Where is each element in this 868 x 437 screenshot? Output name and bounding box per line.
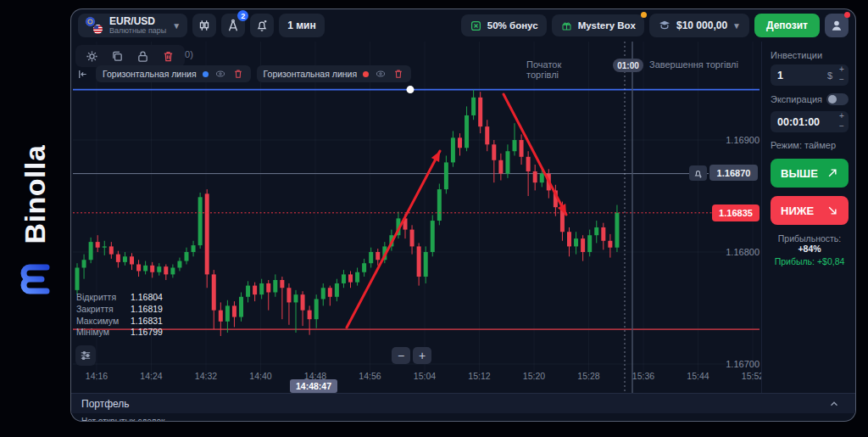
trash-icon[interactable] bbox=[392, 68, 404, 80]
time-axis: 14:1614:2414:3214:4014:4814:5615:0415:12… bbox=[71, 371, 761, 383]
time-tick: 15:04 bbox=[406, 371, 443, 381]
investment-decrease-button[interactable]: − bbox=[835, 76, 849, 86]
asset-name: EUR/USD bbox=[109, 16, 166, 27]
portfolio-title: Портфель bbox=[81, 398, 130, 410]
higher-button[interactable]: ВЫШЕ bbox=[771, 159, 849, 188]
profitability-value: +84% bbox=[798, 244, 821, 254]
investment-input[interactable]: 1 $ + − bbox=[771, 64, 849, 86]
drawing-tools-button[interactable]: 2 bbox=[221, 14, 245, 37]
time-tick: 15:12 bbox=[461, 371, 498, 381]
drawing-item-horizontal-line-red[interactable]: Горизонтальная линия bbox=[257, 65, 412, 82]
cursor-time-badge: 14:48:47 bbox=[290, 379, 337, 393]
trash-icon[interactable] bbox=[161, 49, 175, 64]
chart-display-settings-button[interactable] bbox=[75, 345, 96, 366]
alerts-button[interactable] bbox=[250, 14, 274, 37]
price-tick: 1.16900 bbox=[700, 135, 760, 145]
time-tick: 14:16 bbox=[78, 371, 115, 381]
time-tick: 14:56 bbox=[352, 371, 389, 381]
bonus-button[interactable]: 50% бонус bbox=[461, 14, 547, 36]
screen: Binolla EUR/USD Валютные пары ▼ bbox=[0, 0, 868, 437]
notification-dot bbox=[641, 12, 647, 18]
ohlc-open-row: Відкриття 1.16804 bbox=[76, 292, 163, 304]
higher-label: ВЫШЕ bbox=[781, 167, 818, 180]
account-balance-selector[interactable]: $10 000,00 ▼ bbox=[649, 14, 749, 37]
trash-icon[interactable] bbox=[232, 68, 244, 80]
sliders-icon bbox=[79, 349, 92, 362]
time-tick: 15:28 bbox=[570, 371, 608, 381]
time-tick: 15:20 bbox=[515, 371, 553, 381]
lock-icon[interactable] bbox=[136, 49, 150, 64]
mystery-box-button[interactable]: Mystery Box bbox=[552, 14, 644, 36]
topbar: EUR/USD Валютные пары ▼ bbox=[71, 9, 855, 42]
asset-category: Валютные пары bbox=[109, 27, 166, 35]
tools-count-badge: 2 bbox=[237, 10, 248, 21]
asset-selector[interactable]: EUR/USD Валютные пары ▼ bbox=[78, 14, 187, 37]
zoom-in-button[interactable]: + bbox=[413, 347, 431, 364]
ohlc-info: Відкриття 1.16804 Закриття 1.16819 Макси… bbox=[76, 292, 163, 339]
copy-icon[interactable] bbox=[110, 49, 125, 64]
arrow-up-right-icon bbox=[826, 167, 838, 179]
price-chart[interactable]: (UTC+02:00) bbox=[71, 42, 761, 393]
account-icon bbox=[658, 19, 671, 32]
time-increase-button[interactable]: + bbox=[835, 112, 849, 122]
candlestick-icon bbox=[197, 18, 212, 33]
arrow-to-left-icon bbox=[76, 68, 89, 81]
portfolio-bar[interactable]: Портфель bbox=[71, 393, 855, 413]
chevron-up-icon[interactable] bbox=[828, 398, 840, 410]
time-decrease-button[interactable]: − bbox=[835, 122, 849, 132]
eye-icon[interactable] bbox=[375, 68, 387, 80]
trade-panel: Инвестиции 1 $ + − Экспирация 00:01:00 +… bbox=[761, 42, 856, 393]
eye-icon[interactable] bbox=[214, 68, 226, 80]
drawing-label: Горизонтальная линия bbox=[264, 69, 358, 79]
price-alert-bell-button[interactable] bbox=[689, 165, 707, 181]
investment-value[interactable]: 1 bbox=[777, 70, 827, 81]
chevron-down-icon: ▼ bbox=[732, 21, 741, 31]
arrow-down-right-icon bbox=[826, 204, 838, 216]
app-window: EUR/USD Валютные пары ▼ bbox=[70, 8, 856, 422]
drawing-item-horizontal-line-blue[interactable]: Горизонтальная линия bbox=[96, 65, 251, 82]
mode-label: Режим: таймер bbox=[771, 140, 849, 150]
person-icon bbox=[829, 18, 844, 33]
chart-type-button[interactable] bbox=[192, 14, 216, 37]
blue-dot-icon bbox=[203, 71, 209, 77]
portfolio-empty-text: Нет открытых сделок bbox=[81, 415, 164, 422]
expiration-value[interactable]: 00:01:00 bbox=[777, 116, 835, 128]
timeframe-selector[interactable]: 1 мин bbox=[279, 14, 325, 37]
currency-flags-icon bbox=[85, 16, 103, 35]
price-tick: 1.16700 bbox=[700, 359, 760, 369]
trade-end-label: Завершення торгівлі bbox=[649, 59, 738, 70]
bell-plus-icon bbox=[254, 18, 270, 33]
zoom-out-button[interactable]: − bbox=[392, 347, 410, 364]
time-tick: 14:32 bbox=[187, 371, 225, 381]
profile-avatar[interactable] bbox=[825, 14, 849, 37]
gift-icon bbox=[560, 20, 573, 32]
gear-icon[interactable] bbox=[85, 49, 99, 64]
expiration-label: Экспирация bbox=[771, 94, 822, 104]
lower-button[interactable]: НИЖЕ bbox=[771, 196, 849, 225]
notification-dot bbox=[844, 12, 850, 18]
currency-symbol: $ bbox=[827, 70, 832, 81]
collapse-drawings-button[interactable] bbox=[75, 66, 90, 81]
mystery-box-label: Mystery Box bbox=[578, 20, 636, 31]
investment-increase-button[interactable]: + bbox=[835, 65, 849, 76]
expiration-time-input[interactable]: 00:01:00 + − bbox=[771, 111, 849, 132]
red-dot-icon bbox=[363, 71, 369, 77]
deposit-button[interactable]: Депозит bbox=[754, 14, 820, 37]
drawing-label: Горизонтальная линия bbox=[103, 69, 197, 79]
bonus-icon bbox=[470, 20, 482, 32]
alert-price-badge[interactable]: 1.16870 bbox=[709, 165, 758, 181]
ohlc-close-row: Закриття 1.16819 bbox=[76, 304, 163, 316]
expiration-toggle[interactable] bbox=[826, 93, 849, 105]
current-price-badge: 1.16835 bbox=[712, 204, 760, 221]
timeframe-label: 1 мин bbox=[287, 20, 316, 31]
brand-strip: Binolla bbox=[0, 0, 70, 437]
profit-line: Прибыль: +$0,84 bbox=[771, 256, 849, 266]
bell-plus-icon bbox=[693, 168, 704, 179]
time-tick: 14:40 bbox=[242, 371, 280, 381]
time-tick: 15:52 bbox=[734, 371, 761, 381]
ohlc-low-row: Мінімум 1.16799 bbox=[76, 327, 163, 339]
chart-zoom-controls: − + bbox=[392, 347, 431, 364]
candlestick-canvas[interactable] bbox=[71, 42, 761, 393]
time-tick: 14:24 bbox=[133, 371, 170, 381]
chart-settings-toolbar bbox=[75, 45, 185, 67]
